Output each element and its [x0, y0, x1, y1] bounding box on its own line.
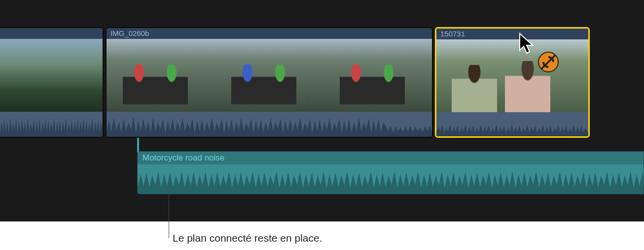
- clip-title: 150731: [436, 29, 588, 39]
- callout-leader-line: [169, 195, 169, 238]
- clip-audio-lane: [436, 112, 588, 138]
- callout-text: Le plan connecté reste en place.: [173, 232, 322, 244]
- connected-audio-clip[interactable]: Motorcycle road noise: [137, 151, 644, 194]
- audio-clip-title: Motorcycle road noise: [138, 152, 644, 164]
- video-clip[interactable]: IMG_0260b: [106, 27, 433, 138]
- clip-filmstrip: [107, 39, 432, 112]
- clip-title: IMG_0260b: [107, 28, 432, 39]
- primary-storyline[interactable]: IMG_0260b 150731: [0, 27, 644, 138]
- timeline-area: IMG_0260b 150731: [0, 0, 644, 221]
- clip-audio-lane: [0, 112, 103, 138]
- clip-connector: [137, 138, 139, 153]
- video-clip[interactable]: [0, 27, 104, 138]
- audio-clip-waveform: [138, 164, 644, 194]
- clip-filmstrip: [436, 39, 588, 112]
- clip-title: [0, 28, 103, 39]
- clip-filmstrip: [0, 39, 103, 112]
- clip-audio-lane: [107, 112, 432, 138]
- video-clip-selected[interactable]: 150731: [435, 27, 590, 138]
